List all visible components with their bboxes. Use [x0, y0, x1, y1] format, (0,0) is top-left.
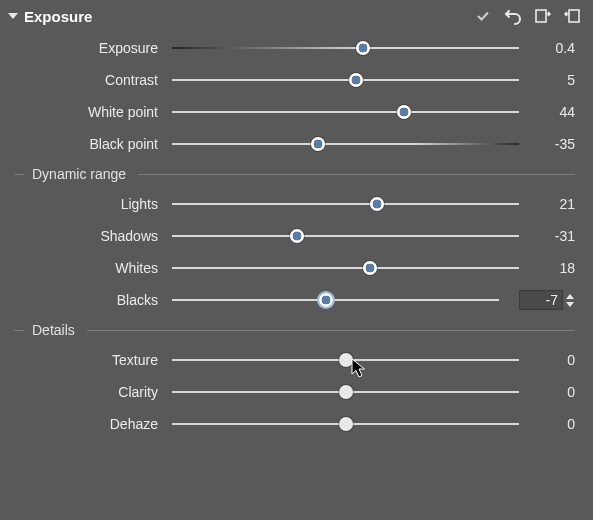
- blacks-step-up[interactable]: [565, 292, 575, 300]
- dehaze-row: Dehaze0: [0, 408, 593, 440]
- exposure-value: 0.4: [519, 40, 575, 56]
- contrast-label: Contrast: [0, 72, 172, 88]
- whitepoint-label: White point: [0, 104, 172, 120]
- dehaze-label: Dehaze: [0, 416, 172, 432]
- blacks-thumb[interactable]: [319, 293, 333, 307]
- blacks-value-spinner[interactable]: [499, 290, 575, 310]
- contrast-value: 5: [519, 72, 575, 88]
- clarity-value: 0: [519, 384, 575, 400]
- clarity-thumb[interactable]: [339, 385, 353, 399]
- clipboard-in-icon[interactable]: [563, 6, 583, 26]
- whites-thumb[interactable]: [363, 261, 377, 275]
- blacks-value-input[interactable]: [519, 290, 563, 310]
- whites-slider[interactable]: [172, 260, 519, 276]
- dehaze-thumb[interactable]: [339, 417, 353, 431]
- whitepoint-row: White point44: [0, 96, 593, 128]
- exposure-thumb[interactable]: [356, 41, 370, 55]
- whites-value: 18: [519, 260, 575, 276]
- blackpoint-row: Black point-35: [0, 128, 593, 160]
- texture-row: Texture0: [0, 344, 593, 376]
- contrast-thumb[interactable]: [349, 73, 363, 87]
- blacks-row: Blacks: [0, 284, 593, 316]
- texture-value: 0: [519, 352, 575, 368]
- svg-rect-1: [569, 10, 579, 22]
- section-label-text: Details: [32, 322, 75, 338]
- texture-thumb[interactable]: [339, 353, 353, 367]
- section-label-text: Dynamic range: [32, 166, 126, 182]
- shadows-value: -31: [519, 228, 575, 244]
- texture-label: Texture: [0, 352, 172, 368]
- shadows-slider[interactable]: [172, 228, 519, 244]
- whites-row: Whites18: [0, 252, 593, 284]
- collapse-icon[interactable]: [8, 13, 18, 19]
- blackpoint-thumb[interactable]: [311, 137, 325, 151]
- lights-value: 21: [519, 196, 575, 212]
- undo-icon[interactable]: [503, 6, 523, 26]
- svg-rect-0: [536, 10, 546, 22]
- dehaze-value: 0: [519, 416, 575, 432]
- shadows-row: Shadows-31: [0, 220, 593, 252]
- blackpoint-slider[interactable]: [172, 136, 519, 152]
- check-icon[interactable]: [473, 6, 493, 26]
- texture-slider[interactable]: [172, 352, 519, 368]
- section-dynamic-range: Dynamic range: [0, 160, 593, 188]
- whitepoint-thumb[interactable]: [397, 105, 411, 119]
- dehaze-slider[interactable]: [172, 416, 519, 432]
- lights-label: Lights: [0, 196, 172, 212]
- exposure-slider[interactable]: [172, 40, 519, 56]
- whites-label: Whites: [0, 260, 172, 276]
- section-details: Details: [0, 316, 593, 344]
- blackpoint-value: -35: [519, 136, 575, 152]
- contrast-row: Contrast5: [0, 64, 593, 96]
- shadows-label: Shadows: [0, 228, 172, 244]
- blacks-step-down[interactable]: [565, 300, 575, 308]
- clarity-label: Clarity: [0, 384, 172, 400]
- whitepoint-slider[interactable]: [172, 104, 519, 120]
- whitepoint-value: 44: [519, 104, 575, 120]
- clipboard-out-icon[interactable]: [533, 6, 553, 26]
- panel-title: Exposure: [24, 8, 92, 25]
- lights-thumb[interactable]: [370, 197, 384, 211]
- clarity-row: Clarity0: [0, 376, 593, 408]
- shadows-thumb[interactable]: [290, 229, 304, 243]
- lights-row: Lights21: [0, 188, 593, 220]
- blacks-label: Blacks: [0, 292, 172, 308]
- exposure-panel: Exposure Exposure0.4Contrast5White point…: [0, 0, 593, 520]
- panel-header: Exposure: [0, 0, 593, 32]
- blackpoint-label: Black point: [0, 136, 172, 152]
- blacks-slider[interactable]: [172, 292, 499, 308]
- header-icons: [473, 6, 583, 26]
- exposure-row: Exposure0.4: [0, 32, 593, 64]
- clarity-slider[interactable]: [172, 384, 519, 400]
- exposure-label: Exposure: [0, 40, 172, 56]
- contrast-slider[interactable]: [172, 72, 519, 88]
- lights-slider[interactable]: [172, 196, 519, 212]
